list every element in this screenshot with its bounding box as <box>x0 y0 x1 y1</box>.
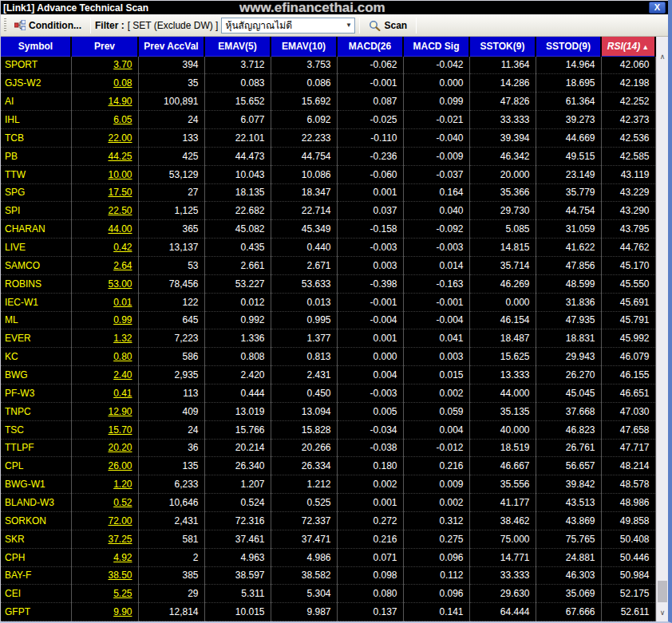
prev-price-link[interactable]: 6.05 <box>113 114 132 125</box>
table-row[interactable]: SPORT3.703943.7123.753-0.062-0.04211.364… <box>1 56 655 74</box>
cell-rsi14: 43.290 <box>601 202 655 220</box>
column-header-sstod9[interactable]: SSTOD(9) <box>536 37 601 56</box>
column-header-symbol[interactable]: Symbol <box>1 37 71 56</box>
toolbar-grip-handle[interactable] <box>4 18 6 33</box>
prev-price-link[interactable]: 1.32 <box>113 333 132 344</box>
table-row[interactable]: BAY-F38.5038538.59738.5820.0980.11233.33… <box>1 566 655 585</box>
prev-price-link[interactable]: 0.42 <box>113 242 132 253</box>
prev-price-link[interactable]: 53.00 <box>108 278 132 290</box>
prev-price-link[interactable]: 72.00 <box>108 515 132 526</box>
prev-price-link[interactable]: 20.20 <box>108 442 132 453</box>
table-row[interactable]: BWG2.402,9352.4202.4310.0040.01513.33326… <box>1 366 655 384</box>
column-header-emav10[interactable]: EMAV(10) <box>271 37 337 56</box>
table-row[interactable]: GJS-W20.08350.0830.086-0.0010.00014.2861… <box>1 74 655 93</box>
prev-price-link[interactable]: 15.70 <box>108 424 132 436</box>
prev-price-link[interactable]: 26.00 <box>108 460 132 471</box>
prev-price-link[interactable]: 9.90 <box>113 606 132 617</box>
table-row[interactable]: CHARAN44.0036545.08245.349-0.158-0.0925.… <box>1 220 655 239</box>
scroll-up-button[interactable]: ∧ <box>657 50 668 63</box>
scan-button-label: Scan <box>384 20 407 31</box>
table-row[interactable]: SPI22.501,12522.68222.7140.0370.04029.73… <box>1 202 655 220</box>
column-header-prev[interactable]: Prev <box>71 37 138 56</box>
table-row[interactable]: CPH4.9224.9634.9860.0710.09614.77124.881… <box>1 548 655 566</box>
prev-price-link[interactable]: 2.40 <box>113 369 132 381</box>
table-row[interactable]: EVER1.327,2231.3361.3770.0010.04118.4871… <box>1 329 655 348</box>
prev-price-link[interactable]: 1.20 <box>113 479 132 490</box>
cell-rsi14: 52.175 <box>601 585 655 603</box>
scroll-down-button[interactable]: ∨ <box>657 606 668 619</box>
cell-sstok9: 39.394 <box>469 128 536 147</box>
prev-price-link[interactable]: 0.01 <box>113 297 132 308</box>
prev-price-link[interactable]: 22.00 <box>108 132 132 144</box>
prev-price-link[interactable]: 0.99 <box>113 314 132 325</box>
cell-prev_accval: 7,223 <box>138 329 204 348</box>
prev-price-link[interactable]: 2.64 <box>113 260 132 271</box>
cell-macd26: -0.110 <box>337 128 403 147</box>
scan-button[interactable]: Scan <box>364 18 412 34</box>
prev-price-link[interactable]: 14.90 <box>108 96 132 107</box>
table-row[interactable]: CEI5.25295.3115.3040.0800.09629.63035.06… <box>1 585 655 603</box>
table-row[interactable]: CPL26.0013526.34026.3340.1800.21646.6675… <box>1 457 655 475</box>
cell-rsi14: 45.992 <box>601 329 655 348</box>
cell-prev: 0.52 <box>71 494 138 512</box>
table-row[interactable]: TTLPF20.203620.21420.266-0.038-0.01218.5… <box>1 439 655 457</box>
cell-macd26: -0.003 <box>337 384 403 402</box>
prev-price-link[interactable]: 0.41 <box>113 388 132 399</box>
condition-button[interactable]: Condition... <box>10 18 86 34</box>
table-row[interactable]: IHL6.05246.0776.092-0.025-0.02133.33339.… <box>1 111 655 129</box>
table-row[interactable]: TCB22.0013322.10122.233-0.110-0.04039.39… <box>1 128 655 147</box>
prev-price-link[interactable]: 22.50 <box>108 205 132 216</box>
prev-price-link[interactable]: 0.52 <box>113 497 132 508</box>
cell-macd_sig: -0.009 <box>403 147 469 165</box>
prev-price-link[interactable]: 12.90 <box>108 406 132 417</box>
cell-prev: 0.80 <box>71 348 138 366</box>
table-row[interactable]: PB44.2542544.47344.754-0.236-0.00946.342… <box>1 147 655 165</box>
prev-price-link[interactable]: 44.25 <box>108 151 132 162</box>
table-row[interactable]: AI14.90100,89115.65215.6920.0870.09947.8… <box>1 93 655 111</box>
table-row[interactable]: SAMCO2.64532.6612.6710.0030.01435.71447.… <box>1 256 655 274</box>
table-row[interactable]: LIVE0.4213,1370.4350.440-0.003-0.00314.8… <box>1 239 655 257</box>
prev-price-link[interactable]: 4.92 <box>113 552 132 563</box>
table-row[interactable]: KC0.805860.8080.8130.0000.00315.62529.94… <box>1 348 655 366</box>
table-row[interactable]: ML0.996450.9920.995-0.004-0.00446.15447.… <box>1 311 655 329</box>
cell-symbol: EVER <box>1 329 71 348</box>
cell-symbol: SKR <box>1 530 71 548</box>
column-header-macd26[interactable]: MACD(26 <box>337 37 403 56</box>
vertical-scrollbar[interactable]: ∧ ∨ <box>656 37 668 621</box>
prev-price-link[interactable]: 0.80 <box>113 351 132 362</box>
close-button[interactable]: X <box>649 2 666 14</box>
table-row[interactable]: ROBINS53.0078,45653.22753.633-0.398-0.16… <box>1 274 655 293</box>
table-row[interactable]: SORKON72.002,43172.31672.3370.2720.31238… <box>1 511 655 530</box>
scrollbar-thumb[interactable] <box>658 581 667 602</box>
signal-filter-dropdown[interactable]: หุ้นสัญญาณไม่ดี ▼ <box>221 18 355 34</box>
column-header-macd_sig[interactable]: MACD Sig <box>403 37 469 56</box>
cell-emav10: 2.431 <box>271 366 337 384</box>
window-title: [Link1] Advance Technical Scan <box>3 2 148 14</box>
table-row[interactable]: SKR37.2558137.46137.4710.2160.27575.0007… <box>1 530 655 548</box>
table-row[interactable]: IEC-W10.011220.0120.013-0.001-0.0010.000… <box>1 293 655 311</box>
prev-price-link[interactable]: 37.25 <box>108 534 132 545</box>
table-row[interactable]: BWG-W11.206,2331.2071.2120.0020.00935.55… <box>1 475 655 494</box>
column-header-rsi14[interactable]: RSI(14)▲ <box>601 37 655 56</box>
column-header-sstok9[interactable]: SSTOK(9) <box>469 37 536 56</box>
cell-sstod9: 44.754 <box>536 202 601 220</box>
prev-price-link[interactable]: 17.50 <box>108 187 132 198</box>
prev-price-link[interactable]: 10.00 <box>108 169 132 180</box>
prev-price-link[interactable]: 3.70 <box>113 59 132 70</box>
prev-price-link[interactable]: 0.08 <box>113 77 132 89</box>
table-row[interactable]: TNPC12.9040913.01913.0940.0050.05935.135… <box>1 402 655 420</box>
prev-price-link[interactable]: 44.00 <box>108 223 132 235</box>
table-row[interactable]: SPG17.502718.13518.3470.0010.16435.36635… <box>1 183 655 202</box>
table-row[interactable]: GFPT9.9012,81410.0159.9870.1370.14164.44… <box>1 603 655 621</box>
table-row[interactable]: PF-W30.411130.4440.450-0.0030.00244.0004… <box>1 384 655 402</box>
table-row[interactable]: TSC15.702415.76615.828-0.0340.00440.0004… <box>1 420 655 439</box>
table-row[interactable]: TTW10.0053,12910.04310.086-0.060-0.03720… <box>1 165 655 183</box>
prev-price-link[interactable]: 5.25 <box>113 588 132 599</box>
cell-macd_sig: 0.003 <box>403 348 469 366</box>
table-row[interactable]: BLAND-W30.5210,6460.5240.5250.0010.00241… <box>1 494 655 512</box>
cell-emav5: 0.524 <box>204 494 271 512</box>
prev-price-link[interactable]: 38.50 <box>108 570 132 581</box>
chevron-down-icon[interactable]: ▼ <box>342 22 354 29</box>
column-header-emav5[interactable]: EMAV(5) <box>204 37 271 56</box>
column-header-prev_accval[interactable]: Prev AccVal <box>138 37 204 56</box>
